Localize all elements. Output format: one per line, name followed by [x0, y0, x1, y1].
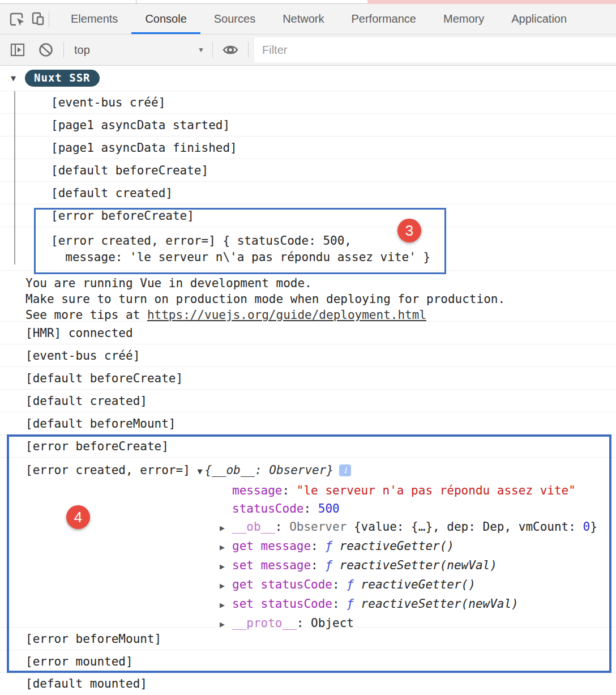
- group-indent-guide: [14, 91, 15, 265]
- property-expand-icon[interactable]: ▶: [220, 577, 232, 595]
- tab-console[interactable]: Console: [131, 4, 200, 34]
- execution-context-selector[interactable]: top ▼: [64, 44, 212, 57]
- console-message-expanded-object: [error created, error=] ▼{__ob__: Observ…: [0, 457, 616, 627]
- property-value-part: }: [590, 520, 597, 534]
- console-message: [page1 asyncData finished]: [0, 136, 616, 159]
- warning-line: You are running Vue in development mode.: [25, 275, 616, 291]
- execution-context-label: top: [74, 44, 90, 57]
- object-preview: {__ob__: Observer}: [204, 463, 333, 477]
- property-value-part: reactiveGetter(): [340, 539, 454, 553]
- warning-line: See more tips at https://vuejs.org/guide…: [25, 307, 616, 323]
- console-message: [page1 asyncData started]: [0, 113, 616, 136]
- console-message: [error beforeCreate]: [0, 204, 616, 227]
- object-expanded-icon[interactable]: ▼: [197, 466, 202, 476]
- property-name: set statusCode: [232, 597, 332, 611]
- object-property-tree: message: "le serveur n'a pas répondu ass…: [25, 481, 616, 633]
- property-value-part: reactiveSetter(newVal): [361, 597, 519, 611]
- deployment-tips-link[interactable]: https://vuejs.org/guide/deployment.html: [147, 308, 426, 322]
- devtools-window: ElementsConsoleSourcesNetworkPerformance…: [0, 0, 616, 695]
- object-property-row: ▶get message: ƒ reactiveGetter(): [25, 537, 616, 556]
- clear-console-button[interactable]: [35, 39, 57, 61]
- property-colon: :: [275, 520, 289, 534]
- property-value-part: 0: [583, 520, 591, 534]
- property-value: "le serveur n'a pas répondu assez vite": [297, 484, 576, 497]
- property-value-part: ƒ: [325, 539, 339, 553]
- devtools-tabbar: ElementsConsoleSourcesNetworkPerformance…: [0, 4, 616, 35]
- property-name: message: [232, 484, 283, 497]
- chevron-down-icon: ▼: [198, 46, 204, 54]
- vue-dev-mode-warning: You are running Vue in development mode.…: [0, 270, 616, 321]
- object-property-row: ▶set statusCode: ƒ reactiveSetter(newVal…: [25, 595, 616, 614]
- console-message: [default created]: [0, 389, 616, 412]
- warning-line: Make sure to turn on production mode whe…: [25, 291, 616, 307]
- property-name: __ob__: [232, 520, 275, 534]
- property-expand-icon[interactable]: ▶: [220, 615, 232, 633]
- message-prefix: [error created, error=]: [25, 463, 197, 477]
- console-message: [default created]: [0, 181, 616, 204]
- tab-performance[interactable]: Performance: [338, 4, 430, 34]
- inspect-element-button[interactable]: [6, 8, 27, 30]
- console-message: [event-bus créé]: [0, 344, 616, 366]
- property-expand-icon[interactable]: ▶: [220, 557, 232, 575]
- console-message-multiline: [error created, error=] { statusCode: 50…: [0, 227, 616, 270]
- property-expand-icon[interactable]: ▶: [220, 538, 232, 556]
- property-colon: :: [311, 558, 325, 572]
- live-expression-button[interactable]: [220, 39, 241, 61]
- property-name: set message: [232, 558, 311, 572]
- property-name: statusCode: [232, 502, 303, 515]
- console-message: [default beforeMount]: [0, 412, 616, 434]
- warning-link-prefix: See more tips at: [25, 308, 147, 322]
- property-value: 500: [318, 502, 340, 515]
- property-name: __proto__: [232, 616, 297, 630]
- property-colon: :: [332, 578, 346, 591]
- object-property-row: ▶__ob__: Observer {value: {…}, dep: Dep,…: [25, 518, 616, 537]
- property-value-part: {value: {…}, dep: Dep, vmCount:: [354, 520, 583, 534]
- console-message: [default beforeCreate]: [0, 159, 616, 181]
- property-colon: :: [283, 484, 297, 497]
- page-content-fragment: [367, 0, 616, 4]
- property-value-part: Observer: [289, 520, 354, 534]
- console-message: [event-bus créé]: [0, 91, 616, 113]
- object-property-row: statusCode: 500: [25, 500, 616, 518]
- object-preview-line: [error created, error=] ▼{__ob__: Observ…: [25, 461, 616, 480]
- tab-application[interactable]: Application: [498, 4, 580, 34]
- console-message: [HMR] connected: [0, 321, 616, 344]
- tab-elements[interactable]: Elements: [57, 4, 131, 34]
- property-colon: :: [303, 502, 318, 515]
- toolbar-divider: [49, 11, 49, 27]
- console-message: [default mounted]: [0, 672, 616, 694]
- property-value-part: ƒ: [346, 597, 361, 611]
- console-toolbar: top ▼: [0, 35, 616, 66]
- property-name: get message: [232, 539, 311, 553]
- property-value-part: reactiveGetter(): [361, 578, 476, 591]
- filter-input[interactable]: [254, 37, 616, 62]
- property-name: get statusCode: [232, 578, 332, 591]
- page-edge-divider: [136, 0, 136, 4]
- tab-memory[interactable]: Memory: [430, 4, 498, 34]
- property-expand-icon[interactable]: ▶: [220, 596, 232, 614]
- toolbar-divider: [248, 42, 249, 58]
- property-value-part: Object: [311, 616, 354, 630]
- info-icon[interactable]: i: [339, 464, 351, 476]
- property-colon: :: [332, 597, 346, 611]
- panel-tabs: ElementsConsoleSourcesNetworkPerformance…: [57, 4, 580, 34]
- property-value-part: ƒ: [325, 558, 339, 572]
- toolbar-divider: [212, 42, 213, 58]
- console-output: ▼Nuxt SSR[event-bus créé][page1 asyncDat…: [0, 66, 616, 694]
- object-property-row: ▶get statusCode: ƒ reactiveGetter(): [25, 575, 616, 595]
- console-message: [error beforeCreate]: [0, 434, 616, 457]
- tab-sources[interactable]: Sources: [200, 4, 269, 34]
- console-message: [error mounted]: [0, 650, 616, 672]
- group-label-badge: Nuxt SSR: [25, 70, 100, 87]
- device-toolbar-button[interactable]: [27, 8, 49, 30]
- console-sidebar-button[interactable]: [7, 39, 28, 61]
- console-group-header[interactable]: ▼Nuxt SSR: [0, 66, 616, 91]
- console-message: [default beforeCreate]: [0, 366, 616, 389]
- property-colon: :: [297, 616, 311, 630]
- property-value-part: ƒ: [346, 578, 361, 591]
- tab-network[interactable]: Network: [269, 4, 337, 34]
- property-colon: :: [311, 539, 325, 553]
- property-value-part: reactiveSetter(newVal): [340, 558, 497, 572]
- group-expanded-icon[interactable]: ▼: [11, 73, 16, 83]
- property-expand-icon[interactable]: ▶: [220, 519, 232, 537]
